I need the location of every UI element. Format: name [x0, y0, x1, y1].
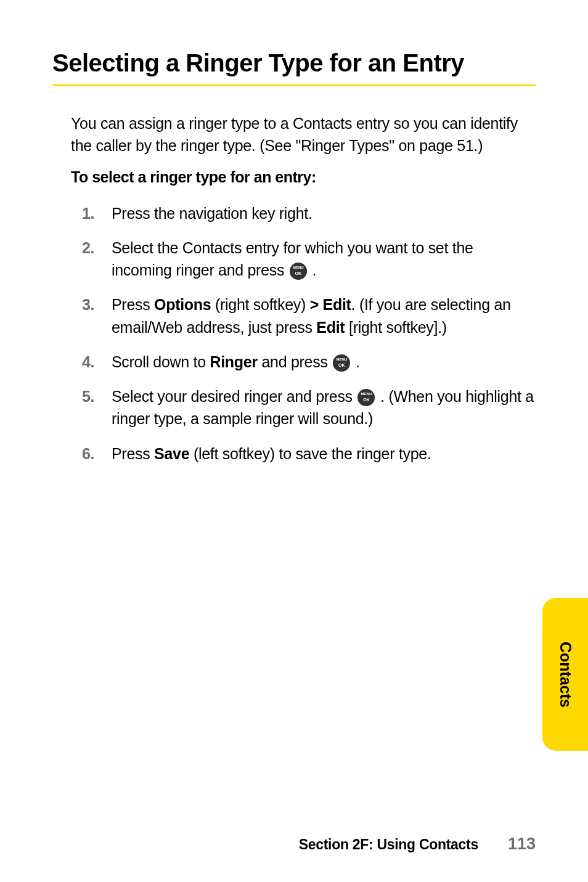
title-underline — [52, 84, 536, 86]
step-number: 5. — [82, 385, 112, 430]
step-number: 3. — [82, 293, 112, 338]
step-text: Press Save (left softkey) to save the ri… — [112, 443, 536, 465]
section-tab: Contacts — [542, 598, 588, 751]
footer-section-label: Section 2F: Using Contacts — [299, 836, 478, 853]
edit-label: > Edit — [310, 296, 351, 313]
page-footer: Section 2F: Using Contacts 113 — [299, 835, 536, 854]
footer-page-number: 113 — [508, 835, 536, 854]
page-title: Selecting a Ringer Type for an Entry — [52, 49, 536, 77]
step-text: Select the Contacts entry for which you … — [112, 237, 536, 282]
text-fragment: (left softkey) to save the ringer type. — [189, 445, 431, 462]
intro-paragraph: You can assign a ringer type to a Contac… — [71, 112, 536, 157]
step-text: Scroll down to Ringer and press . — [112, 351, 536, 373]
step-text: Press the navigation key right. — [112, 202, 536, 224]
text-fragment: Press — [112, 296, 154, 313]
step-number: 4. — [82, 351, 112, 373]
step-1: 1. Press the navigation key right. — [82, 202, 536, 224]
text-fragment: Scroll down to — [112, 353, 210, 370]
text-fragment: (right softkey) — [211, 296, 309, 313]
step-list: 1. Press the navigation key right. 2. Se… — [82, 202, 536, 465]
options-label: Options — [154, 296, 211, 313]
text-fragment: and press — [258, 353, 332, 370]
text-fragment: . — [308, 261, 316, 279]
menu-ok-icon — [357, 389, 375, 406]
step-2: 2. Select the Contacts entry for which y… — [82, 237, 536, 282]
section-tab-label: Contacts — [557, 642, 574, 708]
menu-ok-icon — [290, 263, 307, 280]
step-4: 4. Scroll down to Ringer and press . — [82, 351, 536, 373]
step-5: 5. Select your desired ringer and press … — [82, 385, 536, 430]
text-fragment: . — [351, 353, 359, 370]
text-fragment: Select your desired ringer and press — [112, 388, 356, 405]
save-label: Save — [154, 445, 189, 462]
step-number: 1. — [82, 202, 112, 224]
ringer-label: Ringer — [210, 353, 257, 370]
menu-ok-icon — [333, 354, 350, 372]
procedure-heading: To select a ringer type for an entry: — [71, 168, 536, 186]
step-6: 6. Press Save (left softkey) to save the… — [82, 443, 536, 465]
step-text: Select your desired ringer and press . (… — [112, 385, 536, 430]
step-3: 3. Press Options (right softkey) > Edit.… — [82, 293, 536, 338]
text-fragment: Press — [112, 445, 154, 462]
edit-label-2: Edit — [316, 319, 345, 336]
step-number: 6. — [82, 443, 112, 465]
text-fragment: [right softkey].) — [345, 319, 447, 336]
step-number: 2. — [82, 237, 112, 282]
step-text: Press Options (right softkey) > Edit. (I… — [112, 293, 536, 338]
